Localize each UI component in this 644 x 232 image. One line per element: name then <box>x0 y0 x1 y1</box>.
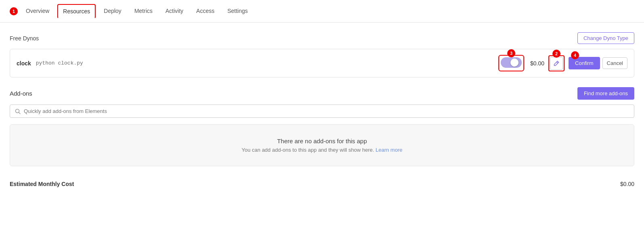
addons-empty-state: There are no add-ons for this app You ca… <box>10 124 634 166</box>
change-dyno-button[interactable]: Change Dyno Type <box>577 32 634 44</box>
addons-header: Add-ons Find more add-ons <box>10 87 634 100</box>
pencil-icon <box>554 61 559 66</box>
dyno-command: python clock.py <box>36 60 83 66</box>
free-dynos-header: Free Dynos Change Dyno Type <box>10 32 634 44</box>
addons-title: Add-ons <box>10 90 32 97</box>
search-icon <box>15 109 21 114</box>
nav-deploy[interactable]: Deploy <box>99 4 126 18</box>
dyno-name: clock <box>17 60 31 67</box>
edit-btn-wrapper <box>548 55 565 71</box>
main-content: Free Dynos Change Dyno Type clock python… <box>0 23 644 197</box>
footer-cost: Estimated Monthly Cost $0.00 <box>10 176 634 187</box>
nav-access[interactable]: Access <box>191 4 219 18</box>
nav-resources[interactable]: Resources <box>57 4 96 19</box>
dyno-card: clock python clock.py 3 $0.00 2 <box>10 49 634 77</box>
toggle-track[interactable] <box>501 57 522 68</box>
badge-4: 4 <box>571 51 579 59</box>
toggle-thumb <box>510 59 519 67</box>
cancel-button[interactable]: Cancel <box>602 57 627 69</box>
free-dynos-label: Free Dynos <box>10 35 39 42</box>
dyno-left: clock python clock.py <box>17 60 83 67</box>
dyno-right: 3 $0.00 2 <box>498 55 627 71</box>
nav-settings[interactable]: Settings <box>222 4 253 18</box>
badge-2: 2 <box>552 50 560 58</box>
nav-overview[interactable]: Overview <box>21 4 54 18</box>
confirm-cancel-group: 4 Confirm Cancel <box>569 57 627 69</box>
find-addons-button[interactable]: Find more add-ons <box>577 87 634 100</box>
badge-1: 1 <box>10 7 18 15</box>
empty-state-title: There are no add-ons for this app <box>20 138 624 144</box>
svg-line-1 <box>19 112 21 114</box>
dyno-toggle[interactable] <box>501 57 522 68</box>
dyno-cost: $0.00 <box>528 60 544 67</box>
estimated-cost-label: Estimated Monthly Cost <box>10 181 74 187</box>
toggle-wrapper <box>498 55 524 71</box>
addons-search-input[interactable] <box>24 108 629 114</box>
badge-3: 3 <box>507 49 515 57</box>
addons-search-box <box>10 105 634 118</box>
nav-activity[interactable]: Activity <box>161 4 188 18</box>
empty-state-subtitle: You can add add-ons to this app and they… <box>20 147 624 153</box>
edit-button[interactable] <box>550 57 563 70</box>
nav-bar: 1 Overview Resources Deploy Metrics Acti… <box>0 0 644 23</box>
nav-metrics[interactable]: Metrics <box>130 4 157 18</box>
estimated-cost-value: $0.00 <box>620 181 634 187</box>
learn-more-link[interactable]: Learn more <box>376 147 402 153</box>
